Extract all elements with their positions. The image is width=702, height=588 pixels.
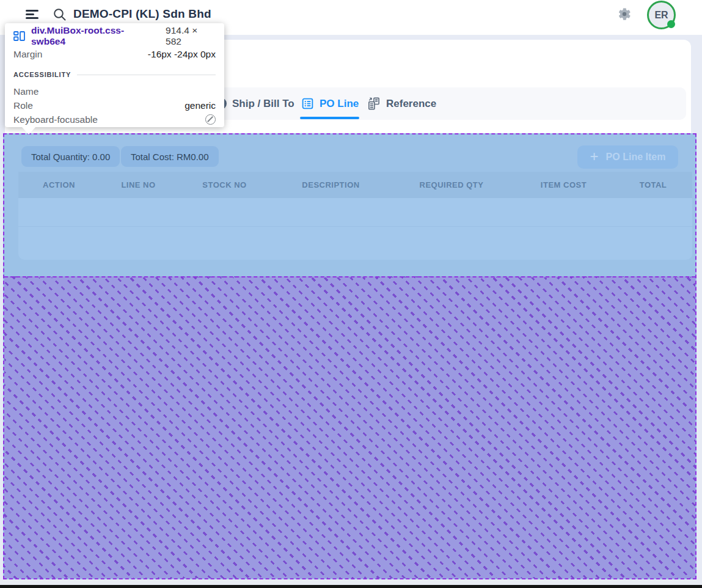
total-cost-chip: Total Cost: RM0.00 — [121, 146, 219, 167]
a11y-role-value: generic — [185, 100, 216, 111]
plus-icon: + — [590, 149, 599, 164]
po-line-list-icon — [301, 97, 314, 110]
a11y-role-label: Role — [13, 100, 33, 111]
tab-reference[interactable]: Reference — [367, 87, 436, 120]
devtools-margin-overlay — [4, 276, 695, 578]
accessibility-heading: ACCESSIBILITY — [13, 71, 71, 78]
inspected-element-dimensions: 914.4 × 582 — [166, 25, 216, 47]
window-bottom-edge — [0, 585, 702, 588]
active-tab-underline — [300, 117, 359, 119]
search-icon[interactable] — [53, 7, 67, 22]
column-header-required-qty: REQUIRED QTY — [390, 180, 513, 189]
avatar-initials: ER — [654, 10, 668, 21]
tooltip-tail — [22, 127, 35, 134]
not-focusable-icon — [205, 114, 216, 125]
add-po-line-item-button[interactable]: + PO Line Item — [577, 145, 678, 169]
company-title: DEMO-CPI (KL) Sdn Bhd — [73, 7, 211, 21]
column-header-stock-no: STOCK NO — [177, 180, 272, 189]
online-status-dot — [667, 20, 675, 28]
tab-reference-label: Reference — [386, 98, 436, 110]
inspect-highlight-region: Total Quantity: 0.00 Total Cost: RM0.00 … — [3, 133, 697, 579]
a11y-name-label: Name — [13, 86, 38, 97]
column-header-line-no: LINE NO — [100, 180, 177, 189]
reference-docs-icon — [367, 97, 381, 111]
devtools-inspect-tooltip: div.MuiBox-root.css-swb6e4 914.4 × 582 M… — [5, 23, 224, 127]
margin-label: Margin — [13, 49, 42, 60]
menu-icon[interactable] — [26, 10, 38, 19]
table-row-divider — [18, 226, 692, 227]
po-line-table-header: ACTION LINE NO STOCK NO DESCRIPTION REQU… — [18, 172, 692, 198]
inspected-element-selector: div.MuiBox-root.css-swb6e4 — [31, 25, 158, 47]
column-header-description: DESCRIPTION — [272, 180, 390, 189]
po-line-table-body-empty — [18, 198, 692, 260]
tab-ship-bill-to[interactable]: Ship / Bill To — [215, 87, 294, 120]
margin-value: -16px -24px 0px — [148, 49, 216, 60]
gear-icon[interactable] — [617, 7, 632, 21]
element-grid-icon — [13, 31, 25, 41]
user-avatar[interactable]: ER — [647, 1, 676, 29]
tab-po-line[interactable]: PO Line — [301, 87, 359, 120]
column-header-total: TOTAL — [614, 180, 692, 189]
add-po-line-item-label: PO Line Item — [606, 152, 666, 163]
total-quantity-chip: Total Quantity: 0.00 — [21, 146, 120, 167]
tab-po-line-label: PO Line — [320, 98, 359, 110]
tab-ship-bill-to-label: Ship / Bill To — [232, 98, 294, 110]
column-header-item-cost: ITEM COST — [513, 180, 614, 189]
a11y-keyboard-label: Keyboard-focusable — [13, 114, 98, 125]
accessibility-divider — [77, 75, 216, 75]
column-header-action: ACTION — [18, 180, 100, 189]
